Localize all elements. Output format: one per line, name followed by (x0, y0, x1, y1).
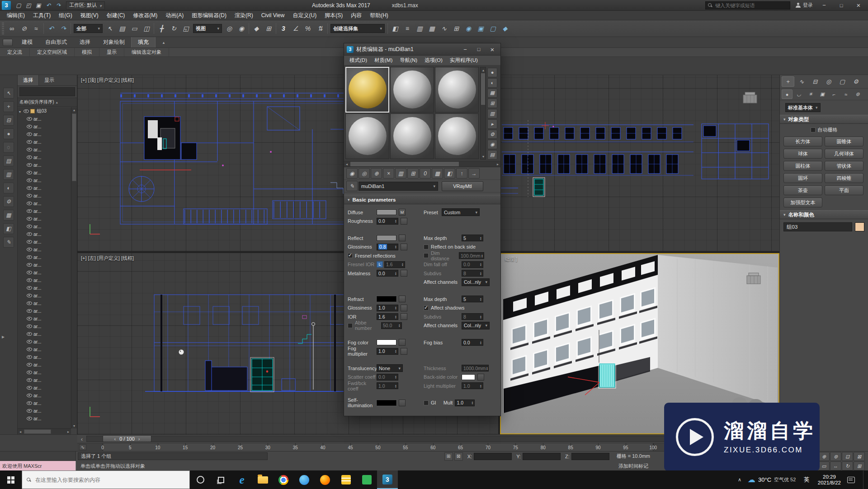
filter-helpers-icon[interactable]: ◐ (3, 183, 14, 193)
close-button[interactable] (853, 1, 864, 10)
viewport-label[interactable]: [+] [顶] [用户定义] [线框] (81, 77, 134, 84)
cameras-category[interactable]: ▣ (817, 89, 828, 99)
visibility-eye-icon[interactable] (27, 247, 32, 251)
show-map-in-viewport-icon[interactable]: ▦ (432, 168, 443, 179)
app-logo-icon[interactable]: 3 (2, 1, 11, 10)
visibility-eye-icon[interactable] (27, 209, 32, 213)
fresnel-ior-lock-button[interactable]: L (377, 261, 383, 268)
material-slot[interactable] (435, 67, 479, 113)
ime-indicator[interactable]: 英 (802, 476, 811, 484)
orbit-icon[interactable]: ↻ (842, 461, 853, 470)
list-item[interactable]: ar... (18, 169, 71, 176)
visibility-eye-icon[interactable] (27, 216, 32, 221)
tab-select[interactable]: 选择 (18, 75, 39, 85)
list-item[interactable]: ar... (18, 292, 71, 299)
mirror-icon[interactable]: ◧ (389, 23, 401, 34)
minimize-button[interactable] (460, 45, 471, 53)
crossing-selection-icon[interactable]: ◫ (141, 23, 152, 34)
motion-tab[interactable]: ◎ (822, 76, 835, 87)
select-and-link-icon[interactable]: ∞ (6, 23, 18, 34)
reflect-glossiness-spinner[interactable]: 0.8 (377, 244, 398, 250)
file-explorer-icon[interactable] (252, 470, 273, 489)
object-type-button[interactable]: 圆锥体 (825, 136, 863, 146)
unlink-selection-icon[interactable]: ⊘ (18, 23, 30, 34)
list-item[interactable]: ar... (18, 122, 71, 130)
maximize-button[interactable] (473, 45, 484, 53)
settings-icon[interactable]: ⚙ (3, 196, 14, 207)
list-item[interactable]: ar... (18, 391, 71, 399)
material-slot[interactable] (345, 67, 389, 113)
chrome-icon[interactable] (273, 470, 294, 489)
options-icon[interactable]: ⚙ (487, 130, 497, 139)
reflect-subdivs-spinner[interactable]: 8 (462, 270, 483, 277)
affect-shadows-checkbox[interactable] (424, 306, 429, 310)
explorer-vertical-scrollbar[interactable] (71, 107, 77, 428)
close-button[interactable] (487, 45, 498, 53)
list-item[interactable]: ar... (18, 253, 71, 261)
object-type-button[interactable]: 加强型文本 (783, 197, 822, 207)
scatter-coeff-spinner[interactable]: 0.0 (377, 374, 398, 381)
refract-color-swatch[interactable] (377, 296, 396, 302)
fog-multiplier-spinner[interactable]: 1.0 (377, 348, 398, 355)
maxscript-listener[interactable] (0, 451, 76, 461)
select-by-name-icon[interactable]: ▤ (116, 23, 128, 34)
utilities-tab[interactable]: ⚙ (849, 76, 862, 87)
list-item[interactable]: ar... (18, 115, 71, 122)
menu-item[interactable]: 编辑(E) (3, 11, 29, 20)
material-editor-icon[interactable]: ◉ (462, 23, 474, 34)
align-icon[interactable]: ≡ (401, 23, 413, 34)
put-to-scene-icon[interactable]: ◎ (359, 168, 370, 179)
titlebar[interactable]: 3 ▢◰▣↶↷ 工作区: 默认 Autodesk 3ds Max 2017 xd… (0, 0, 868, 11)
list-item[interactable]: ar... (18, 192, 71, 199)
visibility-eye-icon[interactable] (27, 132, 32, 136)
ribbon-tab[interactable]: 填充 (131, 37, 156, 47)
object-type-button[interactable]: 四棱锥 (825, 173, 863, 183)
go-to-sibling-icon[interactable]: → (468, 168, 480, 179)
tab-display[interactable]: 显示 (39, 75, 60, 85)
redo-icon[interactable]: ↷ (53, 1, 63, 10)
weather-widget[interactable]: ☁ 30°C 空气优 52 (748, 475, 796, 484)
visibility-eye-icon[interactable] (27, 170, 32, 174)
geometry-category[interactable]: ● (782, 89, 793, 99)
background-icon[interactable]: ▦ (487, 89, 497, 98)
z-coordinate-field[interactable] (571, 453, 609, 460)
menu-item[interactable]: 导航(N) (396, 56, 421, 65)
metalness-map-button[interactable] (401, 270, 407, 277)
select-by-material-icon[interactable]: ◉ (487, 140, 497, 149)
collapse-caret-icon[interactable] (19, 108, 24, 114)
lights-category[interactable]: ☀ (805, 89, 816, 99)
filter-materials-icon[interactable]: ◧ (3, 223, 14, 234)
maximize-viewport-icon[interactable]: ⊞ (854, 461, 865, 470)
snap-toggle-icon[interactable]: 3 (278, 23, 289, 34)
list-item[interactable]: ar... (18, 222, 71, 230)
ribbon-tab[interactable]: 选择 (73, 37, 97, 47)
diffuse-color-swatch[interactable] (377, 209, 396, 215)
list-item[interactable]: ar... (18, 268, 71, 276)
time-slider-handle[interactable]: 0 / 100 (103, 435, 151, 442)
refract-map-button[interactable] (399, 296, 406, 302)
list-item[interactable]: ar... (18, 399, 71, 407)
menu-item[interactable]: 渲染(R) (231, 11, 257, 20)
rollout-basic-parameters[interactable]: Basic parameters (344, 195, 500, 204)
explorer-add-icon[interactable]: + (3, 101, 14, 112)
list-item[interactable]: ar... (18, 338, 71, 345)
notification-center-icon[interactable] (847, 477, 855, 483)
object-color-swatch[interactable] (855, 222, 864, 231)
scroll-up-icon[interactable] (71, 107, 77, 113)
list-item[interactable]: ar... (18, 238, 71, 245)
open-file-icon[interactable]: ◰ (24, 1, 33, 10)
refract-subdivs-spinner[interactable]: 8 (462, 313, 483, 320)
expand-panel-icon[interactable] (2, 334, 8, 340)
generate-preview-icon[interactable]: ▸ (487, 119, 497, 129)
save-file-icon[interactable]: ▣ (33, 1, 43, 10)
menu-item[interactable]: 图形编辑器(D) (188, 11, 231, 20)
refract-max-depth-spinner[interactable]: 5 (462, 296, 483, 302)
abbe-number-checkbox[interactable] (348, 323, 353, 328)
mini-curve-editor-icon[interactable]: ∿ (79, 444, 86, 450)
menu-item[interactable]: 选项(O) (421, 56, 446, 65)
pivot-center-icon[interactable]: ◎ (223, 23, 235, 34)
menu-item[interactable]: 模式(D) (346, 56, 371, 65)
helpers-category[interactable]: ⌐ (829, 89, 840, 99)
list-item[interactable]: ar... (18, 353, 71, 361)
visibility-eye-icon[interactable] (27, 270, 32, 274)
